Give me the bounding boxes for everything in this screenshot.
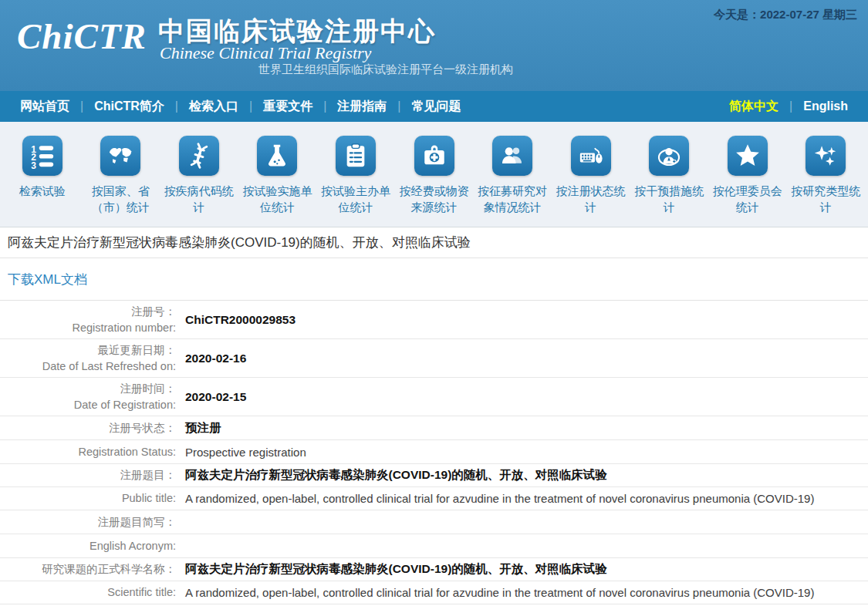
ordered-list-icon: 1 2 3 [22,136,62,176]
row-label-zh: 注册时间： [0,381,176,397]
stat-item-search-trials[interactable]: 1 2 3 检索试验 [3,136,82,227]
stat-item-label: 按干预措施统计 [630,183,708,215]
stat-item-label: 按试验主办单位统计 [316,183,395,215]
stat-item-label: 按疾病代码统计 [160,183,238,215]
app-header: ChiCTR 中国临床试验注册中心 Chinese Clinical Trial… [0,0,868,91]
table-row-acronym-zh: 注册题目简写： [0,510,868,534]
table-row-scientific-title-en: Scientific title: A randomized, open-lab… [0,581,868,604]
row-value: 阿兹夫定片治疗新型冠状病毒感染肺炎(COVID-19)的随机、开放、对照临床试验 [176,561,607,577]
table-row-registration-status-en: Registration Status: Prospective registr… [0,440,868,464]
nav-separator: | [80,99,83,113]
row-label-en: Date of Registration: [0,397,176,413]
row-label-en: English Acronym: [0,538,176,554]
stat-item-by-ethics-committee[interactable]: 按伦理委员会统计 [708,136,787,227]
row-label-zh: 注册号： [0,304,176,320]
stat-item-by-implementing-unit[interactable]: 按试验实施单位统计 [238,136,317,227]
stat-item-by-intervention[interactable]: 按干预措施统计 [630,136,708,227]
statistics-icon-strip: 1 2 3 检索试验 按国家、省（市）统计 [0,122,868,227]
stat-item-label: 按注册状态统计 [552,183,630,215]
medical-bag-icon [414,136,454,176]
nav-separator: | [175,99,178,113]
row-label-en: Registration Status: [0,444,176,460]
row-label: 注册号： Registration number: [0,304,176,336]
download-xml-link[interactable]: 下载XML文档 [8,271,87,288]
table-row-public-title-en: Public title: A randomized, open-label, … [0,487,868,510]
nav-item-home[interactable]: 网站首页 [20,99,69,115]
flask-icon [257,136,297,176]
stat-item-by-recruitment-status[interactable]: 按征募研究对象情况统计 [473,136,552,227]
table-row-last-refreshed: 最近更新日期： Date of Last Refreshed on: 2020-… [0,339,868,378]
table-row-registration-number: 注册号： Registration number: ChiCTR20000298… [0,301,868,339]
row-value: 阿兹夫定片治疗新型冠状病毒感染肺炎(COVID-19)的随机、开放、对照临床试验 [176,467,607,483]
language-switcher: 简体中文 | English [729,99,848,115]
main-navbar: 网站首页 | ChiCTR简介 | 检索入口 | 重要文件 | 注册指南 | 常… [0,91,868,122]
keyboard-mouse-icon [571,136,611,176]
dna-icon [179,136,219,176]
row-label-zh: 最近更新日期： [0,342,176,359]
stat-item-by-study-type[interactable]: 按研究类型统计 [786,136,865,227]
xml-download-row: 下载XML文档 [0,258,868,301]
nav-item-search-entry[interactable]: 检索入口 [189,99,238,115]
stat-item-by-disease-code[interactable]: 按疾病代码统计 [160,136,238,227]
row-value: 预注册 [176,420,221,436]
nav-item-registration-guide[interactable]: 注册指南 [337,99,387,115]
doctor-icon [649,136,689,176]
row-value: Prospective registration [176,446,306,459]
nav-item-faq[interactable]: 常见问题 [411,99,461,115]
table-row-date-of-registration: 注册时间： Date of Registration: 2020-02-15 [0,378,868,416]
stat-item-label: 按研究类型统计 [786,183,865,215]
chictr-logo[interactable]: ChiCTR [17,15,147,57]
row-value: 2020-02-16 [176,352,246,365]
row-value: 2020-02-15 [176,390,246,404]
stat-item-label: 按试验实施单位统计 [238,183,317,215]
today-date: 今天是：2022-07-27 星期三 [714,8,857,22]
site-title-english: Chinese Clinical Trial Registry [160,43,371,63]
row-label-en: Public title: [0,490,176,507]
star-icon [728,136,768,176]
stat-item-label: 检索试验 [3,183,82,199]
row-label-en: Scientific title: [0,584,176,601]
stat-item-by-country-province[interactable]: 按国家、省（市）统计 [82,136,160,227]
table-row-scientific-title-zh: 研究课题的正式科学名称： 阿兹夫定片治疗新型冠状病毒感染肺炎(COVID-19)… [0,558,868,581]
sparkles-icon [806,136,846,176]
stat-item-label: 按经费或物资来源统计 [395,183,474,215]
stat-item-by-registration-status[interactable]: 按注册状态统计 [552,136,630,227]
row-value: A randomized, open-label, controlled cli… [176,492,814,505]
row-value: ChiCTR2000029853 [176,313,296,327]
stat-item-by-funding-source[interactable]: 按经费或物资来源统计 [395,136,474,227]
svg-text:3: 3 [31,160,36,169]
lang-english[interactable]: English [803,99,848,113]
nav-separator: | [249,99,252,113]
site-subtitle: 世界卫生组织国际临床试验注册平台一级注册机构 [258,62,513,77]
row-label-zh: 注册题目： [0,467,176,483]
table-row-registration-status-zh: 注册号状态： 预注册 [0,416,868,440]
row-value: A randomized, open-label, controlled cli… [176,586,814,599]
nav-item-about[interactable]: ChiCTR简介 [94,99,164,115]
row-label-en: Registration number: [0,320,176,336]
table-row-acronym-en: English Acronym: [0,534,868,558]
nav-separator: | [397,99,400,113]
row-label-zh: 注册号状态： [0,420,176,436]
world-map-icon [100,136,140,176]
clipboard-icon [336,136,376,176]
people-icon [492,136,532,176]
stat-item-label: 按国家、省（市）统计 [82,183,160,215]
nav-separator: | [323,99,326,113]
page-title: 阿兹夫定片治疗新型冠状病毒感染肺炎(COVID-19)的随机、开放、对照临床试验 [0,227,868,258]
row-label-zh: 注册题目简写： [0,514,176,530]
stat-item-label: 按伦理委员会统计 [708,183,787,215]
nav-separator: | [789,99,792,113]
table-row-public-title-zh: 注册题目： 阿兹夫定片治疗新型冠状病毒感染肺炎(COVID-19)的随机、开放、… [0,464,868,487]
row-label-zh: 研究课题的正式科学名称： [0,561,176,577]
lang-simplified-chinese[interactable]: 简体中文 [729,99,778,115]
stat-item-by-sponsor-unit[interactable]: 按试验主办单位统计 [316,136,395,227]
stat-item-label: 按征募研究对象情况统计 [473,183,552,215]
row-label-en: Date of Last Refreshed on: [0,359,176,375]
row-label: 注册时间： Date of Registration: [0,381,176,413]
row-label: 最近更新日期： Date of Last Refreshed on: [0,342,176,375]
trial-detail-content: 阿兹夫定片治疗新型冠状病毒感染肺炎(COVID-19)的随机、开放、对照临床试验… [0,227,868,604]
nav-item-important-documents[interactable]: 重要文件 [263,99,312,115]
